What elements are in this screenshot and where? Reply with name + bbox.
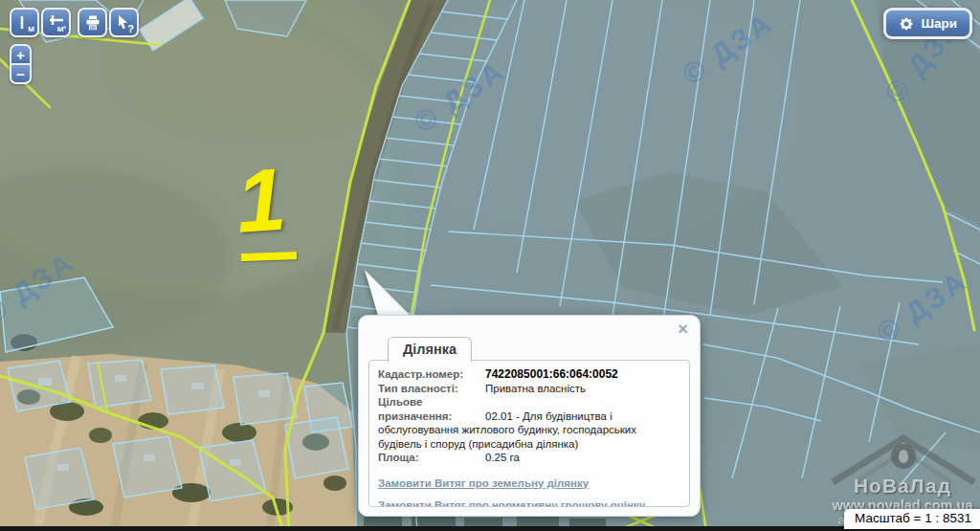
popup-callout-pointer [352,260,419,320]
field-cadastral-number: Кадастр.номер:7422085001:66:064:0052 [378,367,680,382]
print-icon [84,14,101,32]
layers-button[interactable]: Шари [883,8,972,39]
measure-length-label: М [28,25,34,33]
cadastral-number-value: 7422085001:66:064:0052 [485,367,618,381]
field-label: Площа: [378,451,485,465]
bottom-edge-bar [0,526,980,531]
order-monetary-valuation-link[interactable]: Замовити Витяг про нормативну грошову оц… [378,499,680,508]
identify-button[interactable]: ? [109,8,139,37]
tab-parcel[interactable]: Ділянка [388,337,472,363]
scale-indicator: Масштаб = 1 : 8531 [844,509,980,529]
gear-icon [899,16,914,32]
field-label: Цільове призначення: [378,395,485,423]
field-ownership-type: Тип власності:Приватна власність [378,382,680,396]
order-land-extract-link[interactable]: Замовити Витяг про земельну ділянку [378,477,680,489]
parcel-info-content: Кадастр.номер:7422085001:66:064:0052 Тип… [368,360,690,507]
field-label: Кадастр.номер: [378,367,485,382]
map-toolbar: М М² ? [10,8,139,37]
field-label: Тип власності: [378,382,485,396]
ownership-type-value: Приватна власність [485,383,586,394]
close-icon[interactable]: × [678,320,688,338]
field-designated-purpose: Цільове призначення:02.01 - Для будівниц… [378,395,680,451]
layers-button-label: Шари [921,16,957,31]
print-button[interactable] [78,8,107,37]
popup-links: Замовити Витяг про земельну ділянку Замо… [378,477,680,508]
search-result-marker: 1 [234,157,288,244]
zoom-out-button[interactable]: − [10,63,32,84]
measure-area-label: М² [57,25,66,33]
measure-length-button[interactable]: М [10,8,39,37]
parcel-info-popup: × Ділянка Кадастр.номер:7422085001:66:06… [358,315,701,517]
cadastral-map-app: © ДЗА © ДЗА © ДЗА © ДЗА © ДЗА 1 М М² [0,0,980,531]
field-area: Площа:0.25 га [378,451,680,465]
measure-area-button[interactable]: М² [41,8,71,37]
zoom-in-button[interactable]: + [10,44,32,65]
identify-question-label: ? [127,23,134,34]
zoom-controls: + − [10,44,32,84]
area-value: 0.25 га [485,452,520,463]
